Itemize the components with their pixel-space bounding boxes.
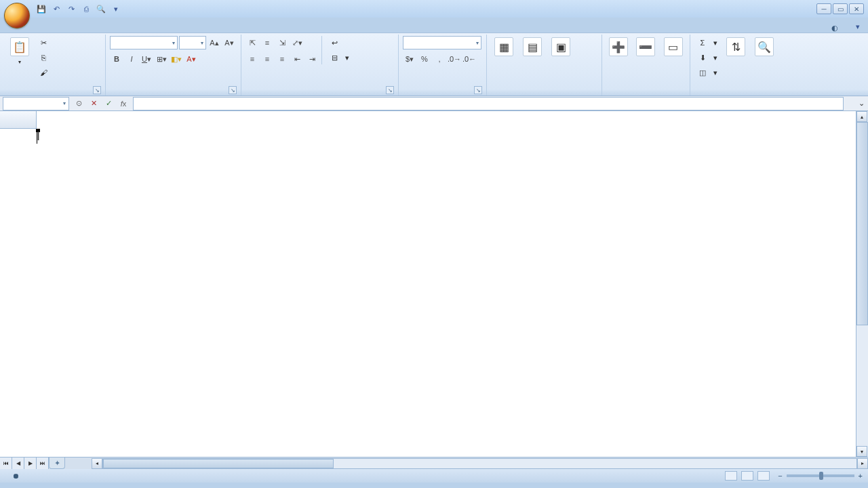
bold-button[interactable]: B (110, 52, 123, 66)
number-dialog-icon[interactable]: ↘ (474, 86, 482, 94)
office-button[interactable] (4, 3, 30, 28)
font-dialog-icon[interactable]: ↘ (229, 86, 237, 94)
expand-formula-bar-icon[interactable]: ⌄ (856, 97, 867, 110)
first-sheet-icon[interactable]: ⏮ (0, 458, 12, 469)
percent-icon[interactable]: % (418, 52, 431, 66)
align-top-icon[interactable]: ⇱ (245, 36, 259, 49)
fill-color-button[interactable]: ◧▾ (170, 52, 183, 66)
quick-access-toolbar: 💾 ↶ ↷ ⎙ 🔍 ▾ (35, 3, 122, 15)
increase-decimal-icon[interactable]: .0→ (448, 52, 461, 66)
align-right-icon[interactable]: ≡ (275, 52, 289, 66)
font-color-button[interactable]: A▾ (184, 52, 198, 66)
underline-button[interactable]: U▾ (140, 52, 153, 66)
italic-button[interactable]: I (125, 52, 138, 66)
vscroll-thumb[interactable] (856, 122, 868, 325)
maximize-button[interactable]: ▭ (833, 3, 848, 14)
close-button[interactable]: ✕ (849, 3, 864, 14)
new-sheet-button[interactable]: ✦ (49, 458, 65, 469)
page-layout-view-icon[interactable] (741, 471, 753, 481)
border-button[interactable]: ⊞▾ (155, 52, 168, 66)
hscroll-thumb[interactable] (103, 459, 334, 468)
format-painter-button[interactable]: 🖌 (35, 66, 54, 79)
paste-button[interactable]: 📋 ▾ (7, 36, 33, 66)
insert-cells-button[interactable]: ➕ (606, 36, 631, 59)
cut-icon: ✂ (38, 37, 49, 48)
formula-input[interactable] (133, 97, 844, 110)
format-cells-button[interactable]: ▭ (661, 36, 686, 59)
fill-button[interactable]: ⬇▾ (694, 51, 720, 64)
number-format-combo[interactable] (403, 36, 481, 49)
clear-button[interactable]: ◫▾ (694, 66, 720, 79)
scroll-down-icon[interactable]: ▾ (856, 446, 867, 457)
eraser-icon: ◫ (697, 67, 708, 78)
select-all-corner[interactable] (0, 111, 37, 129)
grow-font-icon[interactable]: A▴ (208, 36, 221, 49)
cell-styles-icon: ▣ (551, 37, 570, 56)
page-break-view-icon[interactable] (757, 471, 770, 481)
vertical-scrollbar[interactable]: ▴ ▾ (856, 111, 868, 457)
wrap-icon: ↩ (329, 37, 340, 48)
alignment-dialog-icon[interactable]: ↘ (386, 86, 394, 94)
zoom-slider[interactable] (787, 474, 854, 477)
sigma-icon: Σ (697, 37, 708, 48)
wrap-text-button[interactable]: ↩ (326, 36, 352, 49)
enter-formula-button[interactable]: ✓ (102, 98, 115, 110)
print-icon[interactable]: ⎙ (80, 3, 92, 15)
minimize-button[interactable]: ─ (816, 3, 831, 14)
increase-indent-icon[interactable]: ⇥ (305, 52, 319, 66)
cell-styles-button[interactable]: ▣ (548, 36, 574, 59)
redo-icon[interactable]: ↷ (65, 3, 77, 15)
status-bar: ⏺ − + (0, 469, 868, 483)
normal-view-icon[interactable] (725, 471, 737, 481)
scroll-left-icon[interactable]: ◂ (92, 458, 102, 469)
orientation-icon[interactable]: ⤢▾ (290, 36, 304, 49)
horizontal-scrollbar[interactable]: ◂ ▸ (92, 458, 868, 469)
ribbon-tabs: ◐ ▾ (0, 18, 868, 33)
font-size-combo[interactable] (179, 36, 206, 49)
comma-icon[interactable]: , (433, 52, 446, 66)
conditional-formatting-button[interactable]: ▦ (491, 36, 517, 59)
currency-icon[interactable]: $▾ (403, 52, 416, 66)
cut-button[interactable]: ✂ (35, 36, 54, 49)
help-icon[interactable]: ◐ (831, 24, 838, 33)
scroll-right-icon[interactable]: ▸ (857, 458, 868, 469)
qat-more-icon[interactable]: ▾ (110, 3, 122, 15)
format-as-table-button[interactable]: ▤ (519, 36, 545, 59)
name-dropdown-icon[interactable]: ⊙ (72, 98, 85, 110)
font-name-combo[interactable] (110, 36, 178, 49)
macro-record-icon[interactable]: ⏺ (12, 472, 20, 480)
align-center-icon[interactable]: ≡ (260, 52, 274, 66)
sort-filter-button[interactable]: ⇅ (723, 36, 749, 59)
paste-icon: 📋 (10, 37, 29, 56)
brush-icon: 🖌 (38, 67, 49, 78)
minimize-ribbon-icon[interactable]: ▾ (852, 20, 864, 33)
copy-button[interactable]: ⎘ (35, 51, 54, 64)
zoom-out-icon[interactable]: − (778, 472, 782, 480)
copy-icon: ⎘ (38, 52, 49, 63)
name-box[interactable] (3, 97, 69, 110)
cells-group-label (606, 94, 686, 96)
align-middle-icon[interactable]: ≡ (260, 36, 274, 49)
zoom-in-icon[interactable]: + (859, 472, 863, 480)
decrease-decimal-icon[interactable]: .0← (462, 52, 476, 66)
align-left-icon[interactable]: ≡ (245, 52, 259, 66)
shrink-font-icon[interactable]: A▾ (222, 36, 236, 49)
autosum-button[interactable]: Σ▾ (694, 36, 720, 49)
cancel-formula-button[interactable]: ✕ (87, 98, 100, 110)
align-bottom-icon[interactable]: ⇲ (275, 36, 289, 49)
prev-sheet-icon[interactable]: ◀ (12, 458, 24, 469)
clipboard-dialog-icon[interactable]: ↘ (93, 86, 101, 94)
fx-button[interactable]: fx (117, 98, 130, 110)
find-select-button[interactable]: 🔍 (751, 36, 777, 59)
decrease-indent-icon[interactable]: ⇤ (290, 52, 304, 66)
scroll-up-icon[interactable]: ▴ (856, 111, 867, 122)
last-sheet-icon[interactable]: ⏭ (37, 458, 49, 469)
sheet-tab-bar: ⏮ ◀ ▶ ⏭ ✦ ◂ ▸ (0, 457, 868, 469)
delete-cells-button[interactable]: ➖ (633, 36, 658, 59)
save-icon[interactable]: 💾 (35, 3, 47, 15)
undo-icon[interactable]: ↶ (50, 3, 62, 15)
merge-center-button[interactable]: ⊟▾ (326, 51, 352, 64)
next-sheet-icon[interactable]: ▶ (24, 458, 37, 469)
preview-icon[interactable]: 🔍 (95, 3, 107, 15)
title-bar: 💾 ↶ ↷ ⎙ 🔍 ▾ ─ ▭ ✕ (0, 0, 868, 18)
